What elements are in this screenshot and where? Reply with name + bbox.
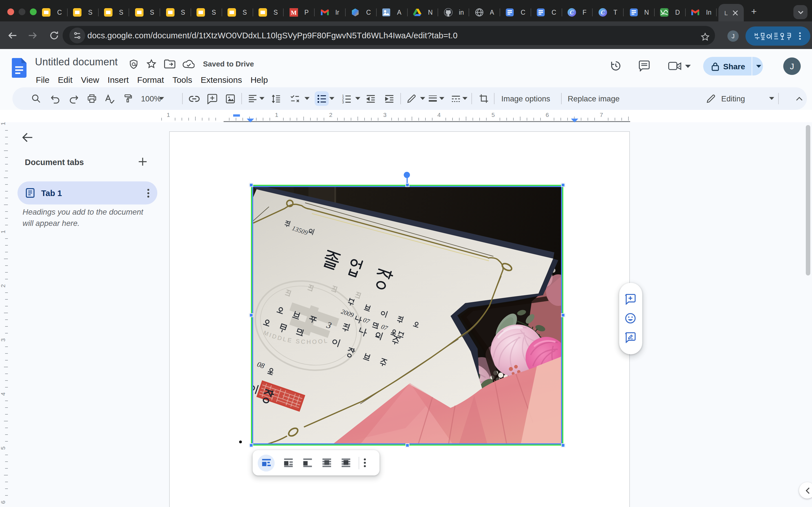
svg-text:C: C xyxy=(570,9,574,15)
svg-text:1: 1 xyxy=(0,230,6,233)
svg-text:6: 6 xyxy=(0,501,6,504)
svg-text:3: 3 xyxy=(0,338,6,342)
svg-text:6: 6 xyxy=(546,112,549,118)
svg-text:7: 7 xyxy=(600,112,603,118)
svg-text:C: C xyxy=(601,9,605,15)
svg-text:3: 3 xyxy=(342,100,344,104)
svg-text:1: 1 xyxy=(167,112,170,118)
svg-text:4: 4 xyxy=(0,392,6,396)
svg-text:3: 3 xyxy=(383,112,387,118)
svg-text:1: 1 xyxy=(275,112,278,118)
svg-text:1: 1 xyxy=(0,122,6,125)
svg-text:5: 5 xyxy=(492,112,495,118)
svg-text:4: 4 xyxy=(437,112,441,118)
svg-text:2: 2 xyxy=(0,284,6,288)
svg-text:5: 5 xyxy=(0,446,6,450)
svg-text:M: M xyxy=(291,9,297,16)
svg-text:2: 2 xyxy=(329,112,333,118)
